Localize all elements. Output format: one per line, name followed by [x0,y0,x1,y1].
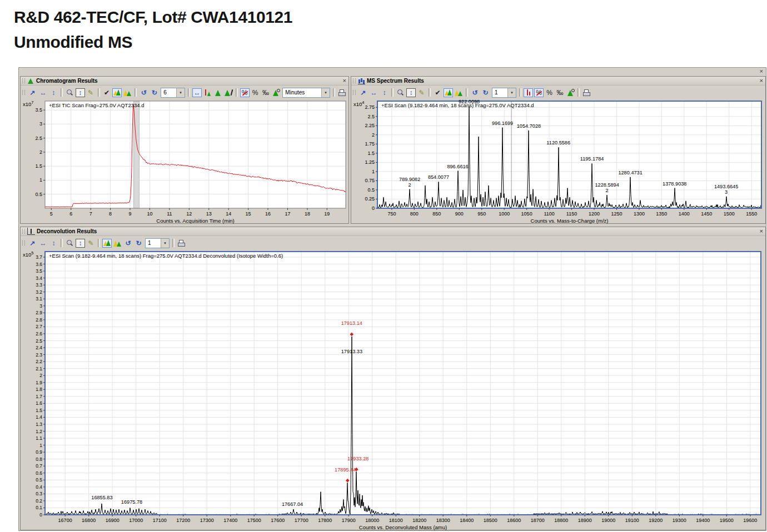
chromatogram-icon [27,78,34,84]
autoscale-y-icon[interactable]: ↕ [380,88,389,97]
x-tick-label: 16800 [82,518,96,523]
print-icon[interactable] [337,88,347,97]
spectrum-lines-icon[interactable] [524,88,533,97]
redo-icon[interactable]: ↻ [150,88,159,97]
autoscale-peaks-icon[interactable] [102,239,112,248]
peak-fill-icon[interactable] [454,88,464,97]
chevron-down-icon[interactable]: ▼ [176,88,185,97]
percent-off-icon[interactable]: % [534,88,544,97]
toolbar-separator [429,88,431,97]
chevron-down-icon[interactable]: ▼ [507,88,516,97]
autoscale-xy-icon[interactable]: ↗ [28,88,37,97]
scale-edit-icon[interactable]: ✎ [86,88,96,97]
autoscale-xy-icon[interactable]: ↗ [28,239,37,248]
peak-label: 17913.33 [341,349,362,354]
fit-y-icon[interactable]: ↕ [76,88,85,97]
y-tick-label: 3.1 [36,296,42,302]
chromatogram-panel-header[interactable]: Chromatogram Results × [21,77,348,86]
autoscale-y-icon[interactable]: ↕ [49,239,58,248]
x-tick-label: 16700 [58,518,72,523]
print-icon[interactable] [177,239,186,248]
deconvolution-chart[interactable]: 1670016800169001700017100172001730017400… [21,250,765,531]
workspace-close-icon[interactable]: × [760,68,763,74]
undo-icon[interactable]: ↺ [470,88,480,97]
drag-handle[interactable] [353,78,356,83]
autoscale-y-icon[interactable]: ↕ [49,88,58,97]
zoom-out-icon[interactable] [396,88,405,97]
close-icon[interactable]: × [343,78,346,84]
y-tick-label: 1.25 [365,159,375,165]
percent-range-icon[interactable] [566,88,575,97]
permille-icon[interactable]: ‰ [261,88,270,97]
x-tick-label: 750 [387,211,396,217]
x-tick-label: 13 [206,211,212,217]
fit-y-icon[interactable]: ↕ [76,239,85,248]
x-tick-label: 8 [109,211,112,217]
peak-fill-icon[interactable] [113,239,122,248]
x-tick-label: 1550 [746,211,757,217]
close-icon[interactable]: × [760,78,763,84]
autoscale-peaks-icon[interactable] [112,88,122,97]
x-tick-label: 17400 [223,518,237,523]
chromatogram-panel: Chromatogram Results × ↗↔↕↕✎✔↺↻6▼↔%%‰Min… [20,76,349,224]
print-icon[interactable] [582,88,591,97]
manual-integration-icon[interactable] [224,88,233,97]
select-value: Minutes [283,89,321,96]
x-tick-label: 11 [167,211,172,217]
autoscale-xy-icon[interactable]: ↗ [358,88,368,97]
autoscale-x-icon[interactable]: ↔ [369,88,378,97]
drag-handle[interactable] [22,78,25,83]
autoscale-x-icon[interactable]: ↔ [38,239,48,248]
chevron-down-icon[interactable]: ▼ [321,88,330,97]
y-tick-label: 1.7 [36,394,42,399]
zoom-history-select[interactable]: 1▼ [492,88,516,98]
percent-range-icon[interactable] [271,88,281,97]
link-x-axes-icon[interactable]: ↔ [192,88,202,97]
undo-icon[interactable]: ↺ [139,88,148,97]
close-icon[interactable]: × [760,228,763,234]
zoom-out-icon[interactable] [65,239,74,248]
fit-y-icon[interactable]: ↕ [406,88,416,97]
autoscale-x-icon[interactable]: ↔ [38,88,48,97]
integrate-marker-icon[interactable] [203,88,212,97]
y-tick-label: 2.5 [36,338,42,344]
percent-icon[interactable]: % [545,88,554,97]
percent-icon[interactable]: % [251,88,260,97]
ms-spectrum-chart[interactable]: 7508008509009501000105011001150120012501… [351,99,765,225]
chevron-down-icon[interactable]: ▼ [161,239,169,248]
peak-label: 16975.78 [121,499,142,505]
x-tick-label: 19300 [673,518,686,523]
zoom-history-select[interactable]: 1▼ [145,238,170,248]
redo-icon[interactable]: ↻ [481,88,490,97]
y-tick-label: 2.6 [36,331,42,337]
x-tick-label: 17800 [318,518,332,523]
y-tick-label: 2.2 [36,359,42,364]
y-tick-label: 3.5 [35,107,42,113]
drag-handle[interactable] [22,90,25,95]
drag-handle[interactable] [22,229,25,234]
chromatogram-chart[interactable]: 56789101112131415161718190.511.522.533.5… [21,99,348,225]
peak-label-red: 17913.14 [341,320,362,326]
scale-edit-icon[interactable]: ✎ [86,239,96,248]
drag-handle[interactable] [22,240,25,245]
drag-handle[interactable] [353,90,356,95]
mode-select-icon[interactable]: ✔ [102,88,112,97]
peak-labels-icon[interactable] [213,88,223,97]
zoom-out-icon[interactable] [65,88,74,97]
ms-spectrum-panel-header[interactable]: MS Spectrum Results × [351,77,765,86]
scale-edit-icon[interactable]: ✎ [417,88,426,97]
undo-icon[interactable]: ↺ [123,239,133,248]
deconvolution-panel-header[interactable]: Deconvolution Results × [21,227,765,236]
peak-label: 16855.83 [91,495,112,500]
peak-fill-icon[interactable] [123,88,132,97]
mode-select-icon[interactable]: ✔ [433,88,442,97]
zoom-history-select[interactable]: 6▼ [161,88,185,98]
permille-icon[interactable]: ‰ [555,88,565,97]
x-units-select[interactable]: Minutes▼ [282,88,330,98]
percent-off-icon[interactable]: % [240,88,250,97]
y-tick-label: 2.8 [36,317,42,323]
y-tick-label: 3.3 [36,282,42,288]
autoscale-peaks-icon[interactable] [444,88,453,97]
redo-icon[interactable]: ↻ [134,239,143,248]
y-tick-label: 1.5 [36,408,42,413]
